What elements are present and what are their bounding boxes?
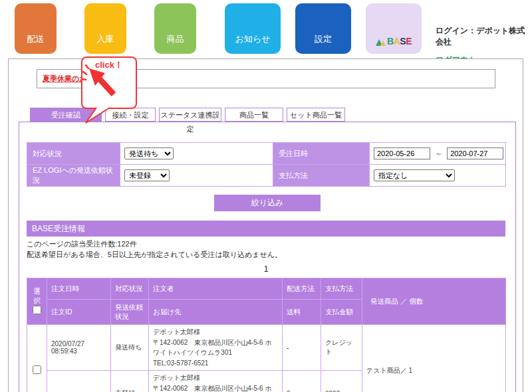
filter-table: 対応状況 発送待ち 受注日時 ～ EZ LOGIへの発送依頼状況 未登録 支払方… xyxy=(27,142,506,187)
header-shipping-method: 配送方法 xyxy=(283,278,321,300)
nav-button-label: 商品 xyxy=(167,33,184,45)
header-select: 選択 xyxy=(27,278,47,325)
cell-shipping-method: - xyxy=(283,325,321,371)
pager-page-1[interactable]: 1 xyxy=(27,264,505,274)
section-title-bar: BASE受注情報 xyxy=(27,221,505,237)
row-checkbox[interactable] xyxy=(33,365,41,374)
tent-icon xyxy=(380,41,386,46)
date-to-input[interactable] xyxy=(447,147,503,159)
orders-table: 選択 注文日時 対応状況 注文者 配送方法 支払方法 発送商品 ／ 個数 注文I… xyxy=(27,278,506,392)
order-count-text: このページの該当受注件数:122件 xyxy=(27,239,137,249)
header-status: 対応状況 xyxy=(111,278,149,300)
filter-submit-button[interactable]: 絞り込み xyxy=(214,195,321,211)
base-logo-letter: S xyxy=(400,37,406,46)
filter-label-ezlogi-request: EZ LOGIへの発送依頼状況 xyxy=(27,165,120,187)
customer-name: デポット太郎様 xyxy=(153,327,278,338)
header-delivery-address: お届け先 xyxy=(149,300,283,325)
nav-button-settings[interactable]: 設定 xyxy=(295,3,351,54)
cell-request-status: 未登録 xyxy=(111,371,149,392)
header-items: 発送商品 ／ 個数 xyxy=(362,278,506,325)
delivery-name: デポット太郎様 xyxy=(153,373,278,383)
delivery-address: 〒142-0062 東京都品川区小山4-5-6 ホワイトハイツイウムラ301 xyxy=(153,383,278,392)
nav-button-label: 配送 xyxy=(27,33,45,45)
cell-customer: デポット太郎様 〒142-0062 東京都品川区小山4-5-6 ホワイトハイツイ… xyxy=(149,325,283,371)
login-label: ログイン：デポット株式会社 xyxy=(436,25,532,48)
header-request-status: 発送依頼状況 xyxy=(111,300,149,325)
tab-product-list[interactable]: 商品一覧 xyxy=(225,108,283,122)
base-logo-letter: A xyxy=(394,37,400,46)
date-range-separator: ～ xyxy=(435,149,442,157)
cell-shipping-fee: 0 xyxy=(283,371,321,392)
screen: 配送 入庫 商品 お知らせ 設定 B A S E ログイン：デポット株式会社 ロ… xyxy=(0,0,532,392)
header-payment-method: 支払方法 xyxy=(321,278,362,300)
nav-button-news[interactable]: お知らせ xyxy=(225,3,281,54)
cell-order-datetime: 2020/07/27 08:59:43 xyxy=(47,325,111,371)
request-status-select[interactable]: 未登録 xyxy=(124,169,170,181)
customer-tel: TEL:03-5787-6521 xyxy=(153,358,278,369)
nav-button-label: 入庫 xyxy=(97,33,114,45)
nav-button-products[interactable]: 商品 xyxy=(154,3,196,54)
base-logo[interactable]: B A S E xyxy=(366,3,422,54)
nav-button-label: 設定 xyxy=(315,33,332,45)
date-from-input[interactable] xyxy=(374,147,430,159)
nav-button-receiving[interactable]: 入庫 xyxy=(84,3,126,54)
nav-button-delivery[interactable]: 配送 xyxy=(15,3,57,54)
click-callout-text: click！ xyxy=(82,59,136,71)
status-select[interactable]: 発送待ち xyxy=(124,147,174,159)
cell-order-id xyxy=(47,371,111,392)
customer-address: 〒142-0062 東京都品川区小山4-5-6 ホワイトハイツイウムラ301 xyxy=(153,338,278,358)
filter-label-payment: 支払方法 xyxy=(273,165,370,187)
filter-label-order-date: 受注日時 xyxy=(273,143,370,165)
base-logo-letter: E xyxy=(406,37,412,46)
header-shipping-fee: 送料 xyxy=(283,300,321,325)
nav-button-label: お知らせ xyxy=(235,33,271,45)
cell-delivery: デポット太郎様 〒142-0062 東京都品川区小山4-5-6 ホワイトハイツイ… xyxy=(149,371,283,392)
header-payment-amount: 支払金額 xyxy=(321,300,362,325)
cell-payment-amount: 6800 xyxy=(321,371,362,392)
filter-label-status: 対応状況 xyxy=(27,143,120,165)
tab-set-product-list[interactable]: セット商品一覧 xyxy=(287,108,345,122)
header-order-id: 注文ID xyxy=(47,300,111,325)
order-row: 2020/07/27 08:59:43 発送待ち デポット太郎様 〒142-00… xyxy=(27,325,506,371)
header-order-datetime: 注文日時 xyxy=(47,278,111,300)
base-logo-letter: B xyxy=(387,37,394,46)
payment-method-select[interactable]: 指定なし xyxy=(374,169,455,181)
header-customer: 注文者 xyxy=(149,278,283,300)
cell-status: 発送待ち xyxy=(111,325,149,371)
cell-payment-method: クレジット xyxy=(321,325,362,371)
order-note-text: 配送希望日がある場合、5日以上先が指定されている受注は取り込めません。 xyxy=(27,250,282,260)
select-all-checkbox[interactable] xyxy=(33,306,41,314)
cell-items: テスト商品／ 1 xyxy=(362,325,506,392)
tab-status-link-settings[interactable]: ステータス連携設定 xyxy=(159,108,221,122)
